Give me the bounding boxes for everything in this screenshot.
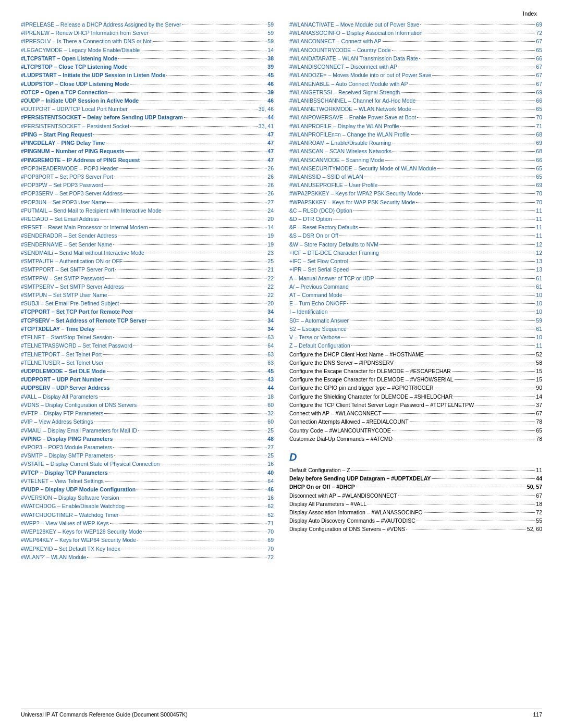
- list-item: #WLANPROFILE – Display the WLAN Profile7…: [289, 122, 542, 130]
- dot-leader: [364, 177, 535, 177]
- entry-page: 47: [267, 131, 274, 139]
- entry-text: +IPR – Set Serial Speed: [289, 266, 349, 274]
- entry-text: #OUDP – Initiate UDP Session in Active M…: [21, 97, 139, 105]
- dot-leader: [410, 422, 535, 422]
- dot-leader: [356, 487, 526, 487]
- list-item: &D – DTR Option11: [289, 215, 542, 223]
- entry-text: #VPING – Display PING Parameters: [21, 435, 113, 443]
- list-item: #WATCHDOGTIMER – Watchdog Timer62: [21, 511, 274, 519]
- entry-page: 61: [536, 325, 542, 333]
- dot-leader: [394, 439, 535, 439]
- entry-page: 46: [267, 80, 274, 88]
- entry-text: #LEGACYMODE – Legacy Mode Enable/Disable: [21, 46, 140, 54]
- entry-text: #POP3HEADERMODE – POP3 Header: [21, 165, 118, 172]
- entry-text: #WLANDOZE= – Moves Module into or out of…: [289, 71, 431, 79]
- dot-leader: [452, 371, 535, 372]
- dot-leader: [392, 143, 535, 143]
- list-item: Default Configuration – Z11: [289, 466, 542, 474]
- entry-text: #PINGREMOTE – IP Address of PING Request: [21, 156, 140, 164]
- entry-text: #SENDERNAME – Set Sender Name: [21, 241, 112, 249]
- list-item: #OUTPORT – UDP/TCP Local Port Number39, …: [21, 105, 274, 113]
- dot-leader: [107, 202, 266, 203]
- entry-text: #LUDPSTART – Initiate the UDP Session in…: [21, 71, 165, 79]
- entry-page: 11: [536, 207, 542, 215]
- entry-text: #WATCHDOG – Enable/Disable Watchdog: [21, 502, 125, 510]
- list-item: #WLANDOZE= – Moves Module into or out of…: [289, 71, 542, 79]
- entry-text: #RECiADD – Set Email Address: [21, 215, 99, 223]
- list-item: #SMTPAUTH – Authentication ON or OFF25: [21, 257, 274, 265]
- entry-text: #SMTPAUTH – Authentication ON or OFF: [21, 257, 123, 265]
- entry-text: #UDPPORT – UDP Port Number: [21, 376, 103, 384]
- entry-page: 69: [536, 181, 542, 189]
- entry-text: #WLANPROFILE – Display the WLAN Profile: [289, 122, 399, 130]
- entry-text: #WLANDATARATE – WLAN Transmission Data R…: [289, 55, 418, 63]
- entry-text: Connection Attempts Allowed – #REDIALCOU…: [289, 418, 409, 426]
- dot-leader: [339, 236, 535, 236]
- dot-leader: [409, 84, 535, 84]
- list-item: #VVERSION – Display Software Version16: [21, 494, 274, 502]
- entry-text: #PERSISTENTSOCKET – Persistent Socket: [21, 122, 129, 130]
- list-item: #WLANCOUNTRYCODE – Country Code65: [289, 46, 542, 54]
- entry-page: 39: [267, 63, 274, 71]
- list-item: #SMTPSERV – Set SMTP Server Address22: [21, 283, 274, 291]
- list-item: #IPRESOLV – Is There a Connection with D…: [21, 38, 274, 45]
- entry-page: 62: [267, 502, 274, 510]
- list-item: Customize Dial-Up Commands – #ATCMD78: [289, 435, 542, 443]
- list-item: #SMTPUN – Set SMTP User Name22: [21, 291, 274, 299]
- dot-leader: [350, 320, 535, 321]
- list-item: &F – Reset Factory Defaults11: [289, 224, 542, 231]
- dot-leader: [437, 168, 535, 169]
- list-item: Configure the GPIO pin and trigger type …: [289, 384, 542, 392]
- entry-text: A/ – Previous Command: [289, 283, 349, 291]
- page-header: Index: [21, 10, 542, 17]
- dot-leader: [329, 312, 535, 312]
- dot-leader: [419, 58, 535, 59]
- dot-leader: [401, 92, 535, 93]
- dot-leader: [398, 67, 535, 67]
- entry-text: #VIP – View Address Settings: [21, 418, 93, 426]
- entry-text: I – Identification: [289, 308, 328, 316]
- dot-leader: [412, 109, 535, 109]
- list-item: #WLANROAM – Enable/Disable Roaming69: [289, 139, 542, 147]
- entry-text: #SMTPPW – Set SMTP Password: [21, 275, 104, 282]
- entry-page: 72: [267, 553, 274, 561]
- dot-leader: [153, 41, 267, 42]
- entry-page: 66: [536, 55, 542, 63]
- dot-leader: [110, 523, 267, 524]
- entry-text: #WLANCOUNTRYCODE – Country Code: [289, 46, 391, 54]
- dot-leader: [435, 388, 535, 388]
- entry-text: &C – RLSD (DCD) Option: [289, 207, 352, 215]
- list-item: #WLANUSEPROFILE – User Profile69: [289, 181, 542, 189]
- entry-text: #WEP? – View Values of WEP Keys: [21, 520, 109, 527]
- dot-leader: [126, 506, 266, 507]
- entry-page: 90: [536, 384, 542, 392]
- entry-text: #UDPSERV – UDP Server Address: [21, 384, 109, 392]
- list-item: #UDPSERV – UDP Server Address44: [21, 384, 274, 392]
- entry-text: #WLAN'?' – WLAN Module: [21, 553, 86, 561]
- entry-page: 37: [536, 401, 542, 409]
- entry-text: #TELNETPORT – Set Telnet Port: [21, 351, 102, 359]
- dot-leader: [137, 489, 266, 490]
- dot-leader: [129, 109, 258, 109]
- entry-page: 69: [536, 21, 542, 29]
- entry-page: 32: [267, 410, 274, 417]
- list-item: #TELNET – Start/Stop Telnet Session63: [21, 334, 274, 341]
- entry-text: S2 – Escape Sequence: [289, 325, 347, 333]
- entry-text: #VMAILi – Display Email Parameters for M…: [21, 427, 137, 435]
- entry-text: #WLANACTIVATE – Move Module out of Power…: [289, 21, 419, 29]
- dot-leader: [130, 84, 267, 84]
- dot-leader: [138, 430, 266, 431]
- entry-page: 23: [267, 249, 274, 257]
- entry-text: #POP3PW – Set POP3 Password: [21, 181, 103, 189]
- entry-text: #WEPKEYID – Set Default TX Key Index: [21, 545, 120, 553]
- dot-leader: [108, 295, 267, 295]
- dot-leader: [100, 219, 266, 219]
- entry-page: 45: [267, 71, 274, 79]
- entry-text: #SMTPUN – Set SMTP User Name: [21, 291, 107, 299]
- entry-page: 46: [267, 486, 274, 493]
- entry-page: 70: [536, 190, 542, 198]
- entry-page: 12: [536, 241, 542, 249]
- list-item: #WLAN'?' – WLAN Module72: [21, 553, 274, 561]
- footer-page: 117: [533, 711, 542, 718]
- entry-text: #WLANPROFILEn=n – Change the WLAN Profil…: [289, 131, 410, 139]
